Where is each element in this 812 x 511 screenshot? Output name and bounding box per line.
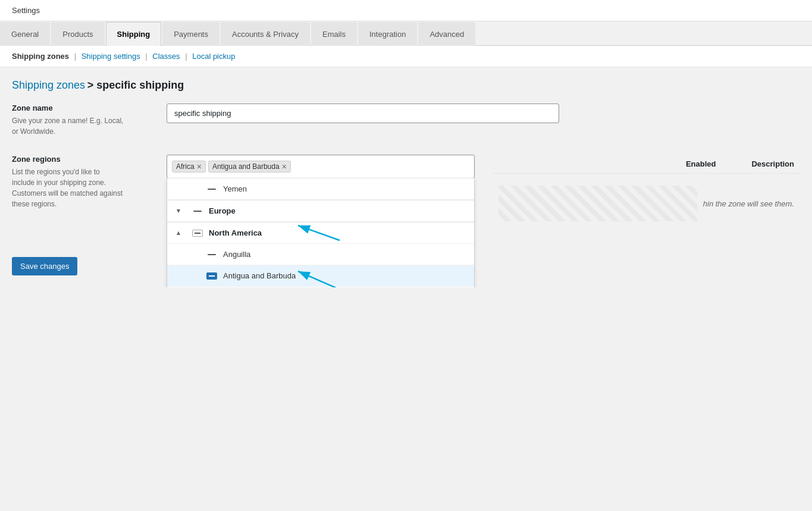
zone-name-input-col	[167, 104, 800, 137]
tag-antigua: Antigua and Barbuda ×	[208, 161, 291, 173]
main-content: Shipping zones > specific shipping Zone …	[0, 67, 812, 287]
dropdown-item-anguilla[interactable]: Anguilla	[167, 244, 474, 265]
shipping-methods-area: Enabled Description hin the zone will se…	[493, 155, 801, 233]
subnav-shipping-settings[interactable]: Shipping settings	[81, 52, 140, 61]
zone-name-label-col: Zone name Give your zone a name! E.g. Lo…	[12, 104, 149, 137]
anguilla-chevron-spacer	[191, 251, 200, 258]
antigua-chevron-spacer	[191, 272, 200, 280]
dropdown-label-north-america: North America	[209, 228, 262, 237]
col-header-enabled: Enabled	[686, 159, 716, 168]
sub-navigation: Shipping zones | Shipping settings | Cla…	[0, 46, 812, 67]
antigua-checkbox-icon	[206, 272, 217, 280]
subnav-sep-3: |	[185, 52, 189, 61]
zone-name-input[interactable]	[167, 104, 559, 123]
tag-antigua-label: Antigua and Barbuda	[212, 162, 280, 171]
regions-selector[interactable]: Africa × Antigua and Barbuda × Yemen	[167, 155, 475, 178]
dropdown-item-aruba[interactable]: Aruba	[167, 287, 474, 287]
breadcrumb-current: specific shipping	[96, 79, 184, 91]
col-header-description: Description	[751, 159, 794, 168]
north-america-checkbox-icon	[192, 230, 203, 237]
zone-regions-desc: List the regions you'd like to include i…	[12, 167, 149, 209]
zone-regions-label-col: Zone regions List the regions you'd like…	[12, 155, 149, 209]
subnav-local-pickup[interactable]: Local pickup	[192, 52, 235, 61]
anguilla-checkbox-icon	[206, 251, 217, 258]
tag-africa-remove[interactable]: ×	[197, 162, 202, 171]
tab-general[interactable]: General	[0, 22, 50, 46]
chevron-spacer	[191, 186, 200, 193]
europe-checkbox-icon	[192, 208, 203, 215]
subnav-shipping-zones[interactable]: Shipping zones	[12, 52, 69, 61]
regions-dropdown[interactable]: Yemen ▾ Europe ▴	[167, 178, 475, 287]
tab-shipping[interactable]: Shipping	[106, 22, 162, 46]
dropdown-item-north-america[interactable]: ▴ North America	[167, 222, 474, 244]
methods-empty-text: hin the zone will see them.	[703, 199, 794, 208]
save-changes-button[interactable]: Save changes	[12, 257, 77, 275]
dropdown-label-anguilla: Anguilla	[223, 250, 250, 259]
tab-payments[interactable]: Payments	[162, 22, 220, 46]
tab-products[interactable]: Products	[51, 22, 104, 46]
page-title: Settings	[12, 6, 40, 15]
tab-accounts-privacy[interactable]: Accounts & Privacy	[221, 22, 310, 46]
zone-name-section: Zone name Give your zone a name! E.g. Lo…	[12, 104, 800, 137]
breadcrumb-separator: >	[87, 79, 97, 91]
svg-line-3	[298, 271, 346, 287]
zone-name-label: Zone name	[12, 104, 149, 112]
subnav-classes[interactable]: Classes	[152, 52, 180, 61]
svg-line-1	[298, 225, 340, 240]
dropdown-label-antigua-barbuda: Antigua and Barbuda	[223, 271, 296, 280]
zone-regions-label: Zone regions	[12, 155, 149, 164]
zone-name-desc: Give your zone a name! E.g. Local, or Wo…	[12, 115, 149, 137]
dropdown-item-yemen[interactable]: Yemen	[167, 178, 474, 200]
subnav-sep-2: |	[145, 52, 149, 61]
partial-check-line	[195, 233, 200, 234]
breadcrumb-parent[interactable]: Shipping zones	[12, 79, 85, 91]
tab-integration[interactable]: Integration	[358, 22, 417, 46]
methods-empty-row: hin the zone will see them.	[493, 174, 801, 233]
tabs-bar: General Products Shipping Payments Accou…	[0, 21, 812, 46]
dropdown-item-europe[interactable]: ▾ Europe	[167, 200, 474, 222]
dropdown-label-yemen: Yemen	[223, 184, 247, 193]
dropdown-label-europe: Europe	[209, 206, 236, 215]
subnav-sep-1: |	[74, 52, 79, 61]
breadcrumb: Shipping zones > specific shipping	[12, 79, 800, 92]
tag-africa: Africa ×	[172, 161, 206, 173]
tag-africa-label: Africa	[176, 162, 195, 171]
yemen-checkbox-icon	[206, 186, 217, 193]
europe-chevron-icon: ▾	[177, 207, 186, 215]
tab-emails[interactable]: Emails	[311, 22, 357, 46]
stripe-decoration	[499, 186, 697, 221]
dropdown-item-antigua-barbuda[interactable]: Antigua and Barbuda	[167, 265, 474, 287]
regions-tags: Africa × Antigua and Barbuda ×	[167, 155, 474, 178]
tag-antigua-remove[interactable]: ×	[282, 162, 287, 171]
tab-advanced[interactable]: Advanced	[418, 22, 475, 46]
arrow-antigua	[286, 262, 352, 287]
north-america-chevron-icon: ▴	[177, 229, 186, 237]
